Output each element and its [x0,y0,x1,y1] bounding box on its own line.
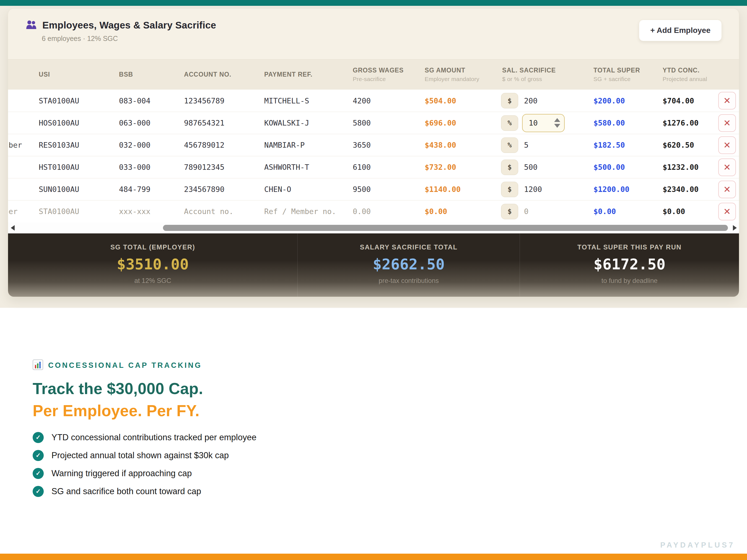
account-cell: 987654321 [177,118,257,127]
ytd-conc-cell: $704.00 [655,97,716,105]
sacrifice-value[interactable]: 0 [524,207,529,216]
column-sublabel: Projected annual [663,76,716,82]
total-super-cell: $0.00 [586,207,655,216]
gross-wages-cell: 9500 [345,185,417,193]
scroll-right-arrow-icon[interactable] [733,225,737,231]
sacrifice-mode-toggle[interactable]: $ [501,204,518,219]
column-header-payment-ref-: PAYMENT REF. [257,71,345,78]
totals-sublabel: at 12% SGC [8,277,298,285]
fund-clipped-cell: er [8,207,31,216]
gross-wages-cell: 5800 [345,118,417,127]
section-heading-line1: Track the $30,000 Cap. [33,379,420,398]
table-row: HOS0100AU063-000987654321KOWALSKI-J5800$… [8,112,739,134]
horizontal-scrollbar[interactable] [8,222,739,233]
feature-item: ✓Projected annual total shown against $3… [33,450,420,461]
bsb-cell: 484-799 [112,185,177,193]
table-row: HST0100AU033-000789012345ASHWORTH-T6100$… [8,156,739,178]
sacrifice-value[interactable]: 500 [524,163,538,171]
top-accent-bar [0,0,747,6]
section-eyebrow: CONCESSIONAL CAP TRACKING [48,361,202,370]
usi-cell: HST0100AU [31,163,112,171]
feature-text: YTD concessional contributions tracked p… [51,432,256,443]
account-cell: 123456789 [177,97,257,105]
column-label: SG AMOUNT [425,66,495,74]
payment-ref-cell: ASHWORTH-T [257,163,345,171]
column-header-gross-wages: GROSS WAGESPre-sacrifice [345,66,417,82]
sal-sacrifice-cell: $500 [495,160,586,175]
check-icon: ✓ [33,468,44,479]
column-label: SAL. SACRIFICE [502,66,586,74]
gross-wages-cell: 6100 [345,163,417,171]
payment-ref-cell: CHEN-O [257,185,345,193]
sacrifice-mode-toggle[interactable]: % [501,137,518,153]
usi-cell: HOS0100AU [31,118,112,127]
usi-cell: STA0100AU [31,97,112,105]
delete-row-button[interactable]: ✕ [718,92,736,109]
panel-title: Employees, Wages & Salary Sacrifice [42,20,216,31]
column-header-bsb: BSB [112,71,177,78]
sal-sacrifice-cell: $200 [495,93,586,108]
sacrifice-mode-toggle[interactable]: $ [501,182,518,197]
sacrifice-value[interactable]: 200 [524,97,538,105]
table-row: erSTA0100AUxxx-xxxAccount no.Ref / Membe… [8,200,739,222]
sacrifice-mode-toggle[interactable]: $ [501,93,518,108]
account-cell: 234567890 [177,185,257,193]
column-header-ytd-conc-: YTD CONC.Projected annual [655,66,716,82]
total-super-cell: $500.00 [586,163,655,171]
stepper-arrows-icon[interactable] [554,118,560,128]
sal-sacrifice-cell: %10 [495,114,586,132]
column-sublabel: Employer mandatory [425,76,495,82]
sacrifice-input-value: 10 [529,118,538,127]
total-super-cell: $580.00 [586,118,655,127]
delete-row-button[interactable]: ✕ [718,181,736,198]
sg-amount-cell: $0.00 [417,207,495,216]
feature-item: ✓Warning triggered if approaching cap [33,468,420,479]
feature-text: Projected annual total shown against $30… [51,451,229,460]
feature-list: ✓YTD concessional contributions tracked … [33,432,420,497]
bsb-cell: 063-000 [112,118,177,127]
scrollbar-thumb[interactable] [163,225,728,231]
employees-panel: Employees, Wages & Salary Sacrifice 6 em… [8,8,739,297]
account-cell: 456789012 [177,141,257,149]
totals-column: SG TOTAL (EMPLOYER)$3510.00at 12% SGC [8,233,298,297]
section-heading-line2: Per Employee. Per FY. [33,402,420,420]
payment-ref-cell: KOWALSKI-J [257,118,345,127]
panel-header: Employees, Wages & Salary Sacrifice 6 em… [8,8,739,59]
column-label: GROSS WAGES [353,66,417,74]
sacrifice-value[interactable]: 5 [524,141,529,149]
totals-label: SG TOTAL (EMPLOYER) [8,243,298,251]
bottom-accent-bar [0,554,747,560]
delete-row-button[interactable]: ✕ [718,136,736,154]
ytd-conc-cell: $2340.00 [655,185,716,193]
delete-cell: ✕ [716,203,739,220]
gross-wages-cell: 3650 [345,141,417,149]
employees-table-body: STA0100AU083-004123456789MITCHELL-S4200$… [8,89,739,222]
sg-amount-cell: $696.00 [417,118,495,127]
delete-row-button[interactable]: ✕ [718,158,736,176]
delete-row-button[interactable]: ✕ [718,114,736,132]
sacrifice-input-focused[interactable]: 10 [522,114,565,132]
totals-value: $6172.50 [520,256,739,273]
totals-sublabel: to fund by deadline [520,277,739,285]
sacrifice-mode-toggle[interactable]: % [501,115,518,131]
table-header-row: USIBSBACCOUNT NO.PAYMENT REF.GROSS WAGES… [8,59,739,89]
gross-wages-cell: 4200 [345,97,417,105]
sacrifice-value[interactable]: 1200 [524,185,542,193]
column-label: BSB [119,71,177,78]
totals-value: $3510.00 [8,256,298,273]
sacrifice-mode-toggle[interactable]: $ [501,160,518,175]
delete-row-button[interactable]: ✕ [718,203,736,220]
total-super-cell: $182.50 [586,141,655,149]
bsb-cell: 032-000 [112,141,177,149]
delete-cell: ✕ [716,158,739,176]
account-cell: Account no. [177,207,257,216]
add-employee-button[interactable]: + Add Employee [639,20,722,41]
account-cell: 789012345 [177,163,257,171]
total-super-cell: $1200.00 [586,185,655,193]
ytd-conc-cell: $1232.00 [655,163,716,171]
sg-amount-cell: $438.00 [417,141,495,149]
scroll-left-arrow-icon[interactable] [11,225,15,231]
column-label: ACCOUNT NO. [184,71,257,78]
payment-ref-cell: NAMBIAR-P [257,141,345,149]
table-row: SUN0100AU484-799234567890CHEN-O9500$1140… [8,178,739,200]
